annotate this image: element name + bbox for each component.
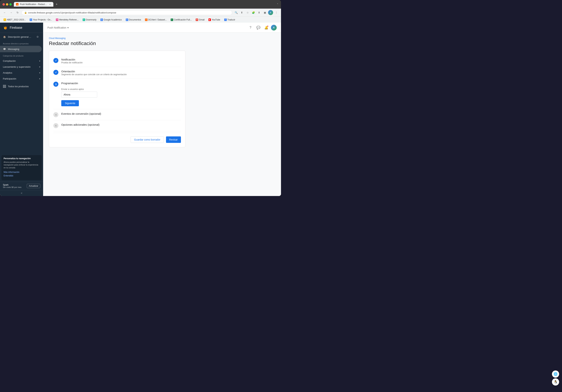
send-field-label: Enviar a usuarios aptos bbox=[61, 88, 181, 90]
sidebar-item-all-products[interactable]: Todos los productos bbox=[0, 83, 42, 90]
main-header: Push Notification ▾ ? 💬 🔔 A bbox=[43, 22, 281, 33]
bookmark-projects-icon: G bbox=[30, 19, 32, 21]
form-card: ✓ Notificación Prueba de notificación ✓ bbox=[49, 51, 186, 147]
back-button[interactable]: ← bbox=[2, 10, 7, 15]
sidebar-item-participacion[interactable]: Participación ▾ bbox=[0, 76, 43, 82]
accesos-label: Accesos directos a proyectos bbox=[0, 40, 43, 46]
window-controls: ⌃ bbox=[277, 3, 279, 6]
step-5-title: Opciones adicionales (opcional) bbox=[61, 123, 181, 126]
sidebar: Firebase 🏠 Descripción general ... ⚙ Acc… bbox=[0, 22, 43, 196]
entendido-link[interactable]: Entendido bbox=[4, 174, 39, 177]
close-button[interactable] bbox=[2, 3, 5, 6]
home-label: Descripción general ... bbox=[8, 35, 31, 38]
sidebar-header: Firebase bbox=[0, 22, 43, 33]
tab-bar: 🔥 Push Notification - Redactar n... ✕ + bbox=[14, 2, 275, 7]
sidebar-item-home[interactable]: 🏠 Descripción general ... ⚙ bbox=[0, 34, 42, 40]
send-time-input[interactable] bbox=[61, 91, 97, 98]
bookmark-translate-icon: T bbox=[224, 19, 227, 21]
header-actions: ? 💬 🔔 A bbox=[247, 24, 277, 31]
search-icon[interactable]: 🔍 bbox=[234, 10, 239, 15]
bookmark-grammarly[interactable]: G Grammarly bbox=[81, 18, 98, 22]
bookmark-gmail[interactable]: M Gmail bbox=[194, 18, 206, 22]
breadcrumb-dropdown-icon[interactable]: ▾ bbox=[67, 26, 69, 29]
user-avatar[interactable]: A bbox=[271, 25, 277, 31]
profile-avatar[interactable]: A bbox=[268, 10, 273, 15]
bookmark-abet-icon: A bbox=[4, 19, 6, 21]
share-icon[interactable]: ⬆ bbox=[239, 10, 244, 15]
download-icon[interactable]: ⬇ bbox=[257, 10, 262, 15]
participacion-label: Participación bbox=[3, 77, 16, 80]
bookmark-certificacion[interactable]: C Certificación Full... bbox=[169, 18, 193, 22]
bookmark-mendeley-icon: M bbox=[56, 19, 59, 21]
bookmark-docs-icon: D bbox=[126, 19, 128, 21]
grid-icon bbox=[3, 85, 6, 88]
bookmark-youtube-icon: ▶ bbox=[208, 19, 211, 21]
extensions-icon[interactable]: 🧩 bbox=[251, 10, 256, 15]
step-1-content: Notificación Prueba de notificación bbox=[61, 58, 181, 64]
minimize-button[interactable] bbox=[6, 3, 8, 6]
step-5-number: 5 bbox=[55, 124, 56, 127]
toolbar-icons: 🔍 ⬆ ☆ 🧩 ⬇ ▣ A ⋮ bbox=[234, 10, 279, 15]
step-5-icon: 5 bbox=[53, 123, 59, 128]
sidebar-item-analytics[interactable]: Analytics ▾ bbox=[0, 70, 43, 76]
page-title: Redactar notificación bbox=[49, 41, 275, 46]
step-3-title: Programación bbox=[61, 82, 181, 85]
lanzamiento-chevron-icon: ▾ bbox=[39, 66, 40, 68]
bookmark-mendeley[interactable]: M Mendeley Referen... bbox=[54, 18, 80, 22]
tab-title: Push Notification - Redactar n... bbox=[20, 3, 47, 6]
step-4-number: 4 bbox=[55, 113, 56, 116]
new-tab-button[interactable]: + bbox=[54, 2, 59, 7]
compilacion-chevron-icon: ▾ bbox=[39, 60, 40, 62]
sidebar-item-compilacion[interactable]: Compilación ▾ bbox=[0, 58, 43, 64]
address-bar-row: ← → ↻ 🔒 console.firebase.google.com/u/1/… bbox=[0, 9, 281, 17]
step-3-icon: 3 bbox=[53, 82, 59, 87]
customize-navigation-banner: Personaliza tu navegación Ahora puedes p… bbox=[1, 155, 42, 180]
bookmark-google-academico[interactable]: G Google Académico bbox=[99, 18, 123, 22]
bookmark-dcalert[interactable]: D DCAlert / Dataset... bbox=[143, 18, 168, 22]
chat-button[interactable]: 💬 bbox=[255, 24, 262, 31]
home-icon: 🏠 bbox=[3, 35, 6, 38]
forward-button[interactable]: → bbox=[9, 10, 14, 15]
traffic-lights bbox=[2, 3, 12, 6]
collapse-icon: < bbox=[21, 192, 22, 195]
notifications-button[interactable]: 🔔 bbox=[263, 24, 269, 31]
tab-close-button[interactable]: ✕ bbox=[49, 3, 51, 6]
address-bar[interactable]: 🔒 console.firebase.google.com/u/1/projec… bbox=[22, 10, 232, 15]
siguiente-button[interactable]: Siguiente bbox=[61, 100, 79, 106]
step-2-content: Orientación Segmento de usuarios que coi… bbox=[61, 70, 181, 76]
step-2-checkmark: ✓ bbox=[55, 71, 57, 74]
cloud-messaging-link[interactable]: Cloud Messaging bbox=[49, 37, 275, 39]
bookmark-academico-icon: G bbox=[100, 19, 103, 21]
help-button[interactable]: ? bbox=[247, 24, 254, 31]
maximize-button[interactable] bbox=[9, 3, 12, 6]
step-4-content: Eventos de conversión (opcional) bbox=[61, 112, 181, 116]
customize-desc: Ahora puedes personalizar la navegación … bbox=[4, 161, 39, 169]
active-tab[interactable]: 🔥 Push Notification - Redactar n... ✕ bbox=[14, 2, 53, 7]
sidebar-item-messaging[interactable]: 💬 Messaging bbox=[0, 46, 42, 52]
bookmark-abet[interactable]: A ABET_2022-2023... bbox=[2, 18, 27, 22]
reload-button[interactable]: ↻ bbox=[15, 10, 20, 15]
save-draft-button[interactable]: Guardar como borrador bbox=[131, 136, 164, 143]
page-content: Cloud Messaging Redactar notificación ✓ … bbox=[43, 33, 281, 196]
lanzamiento-label: Lanzamiento y supervisión bbox=[3, 66, 31, 68]
bookmark-projects[interactable]: G Your Projects - Ov... bbox=[28, 18, 53, 22]
bookmark-youtube[interactable]: ▶ YouTube bbox=[207, 18, 222, 22]
mas-info-link[interactable]: Más información bbox=[4, 171, 39, 173]
url-text: console.firebase.google.com/u/1/project/… bbox=[28, 11, 116, 14]
upgrade-button[interactable]: Actualizar bbox=[27, 184, 40, 188]
bookmark-icon[interactable]: ☆ bbox=[245, 10, 250, 15]
bookmark-traducir[interactable]: T Traducir bbox=[223, 18, 237, 22]
step-3-programacion: 3 Programación Enviar a usuarios aptos S… bbox=[53, 79, 181, 109]
step-1-notificacion: ✓ Notificación Prueba de notificación bbox=[53, 55, 181, 67]
bookmark-documentos[interactable]: D Documentos bbox=[124, 18, 142, 22]
sidebar-icon[interactable]: ▣ bbox=[262, 10, 267, 15]
spark-bar: Spark Sin costo $0 por mes Actualizar bbox=[0, 182, 43, 190]
step-1-subtitle: Prueba de notificación bbox=[61, 61, 181, 64]
spark-plan-name: Spark bbox=[3, 184, 21, 186]
sidebar-collapse-button[interactable]: < bbox=[0, 190, 43, 196]
analytics-label: Analytics bbox=[3, 71, 12, 74]
more-options-icon[interactable]: ⋮ bbox=[274, 10, 279, 15]
step-4-conversion: 4 Eventos de conversión (opcional) bbox=[53, 109, 181, 120]
review-button[interactable]: Revisar bbox=[166, 136, 181, 143]
sidebar-item-lanzamiento[interactable]: Lanzamiento y supervisión ▾ bbox=[0, 64, 43, 70]
